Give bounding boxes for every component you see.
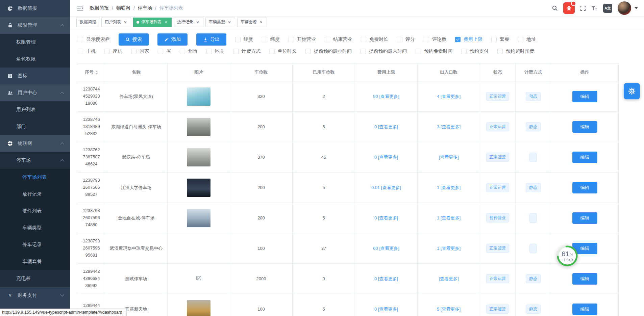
filter-checkbox[interactable]: 预约免责时间 <box>416 48 452 54</box>
filter-checkbox[interactable]: 国家 <box>131 48 149 54</box>
cell-gates-link[interactable]: 5 [查看更多] <box>418 294 480 316</box>
tab-parking-lot-list[interactable]: 停车场列表× <box>133 18 172 27</box>
sidebar-item-charging-pile[interactable]: 充电桩 <box>0 270 70 287</box>
filter-checkbox[interactable]: 结束营业 <box>325 36 352 43</box>
tab-vehicle-package[interactable]: 车辆套餐× <box>237 18 267 27</box>
cell-gates-link[interactable]: 1 [查看更多] <box>418 173 480 203</box>
edit-button[interactable]: 编辑 <box>572 212 597 224</box>
column-label: 已用车位数 <box>313 70 335 75</box>
cell-gates-link[interactable]: 1 [查看更多] <box>418 203 480 233</box>
sidebar-item-user-center[interactable]: 用户中心 <box>0 84 70 101</box>
font-size-icon[interactable] <box>591 6 598 11</box>
sidebar-item-parking-records[interactable]: 停车记录 <box>0 236 70 253</box>
tab-dashboard[interactable]: 数据简报 <box>76 18 99 27</box>
edit-button[interactable]: 编辑 <box>572 273 597 285</box>
close-icon[interactable]: × <box>259 20 264 25</box>
filter-checkbox[interactable]: 评论数 <box>424 36 446 43</box>
sidebar-item-user-list[interactable]: 用户列表 <box>0 101 70 118</box>
cell-parking-name: 武汉站-停车场 <box>105 142 168 173</box>
cell-fee-limit-link[interactable]: 0 [查看更多] <box>355 112 418 142</box>
filter-checkbox[interactable]: 预约支付 <box>461 48 489 54</box>
sidebar-item-pass-records[interactable]: 放行记录 <box>0 186 70 203</box>
sidebar-item-iot[interactable]: 物联网 <box>0 135 70 152</box>
filter-checkbox[interactable]: 评分 <box>397 36 415 43</box>
sidebar-item-permissions[interactable]: 权限管理 <box>0 17 70 34</box>
filter-checkbox[interactable]: 单位时长 <box>269 48 297 54</box>
sort-descending-icon[interactable] <box>95 73 98 75</box>
breadcrumb-item[interactable]: 物联网 <box>116 5 130 11</box>
billing-badge: 静态 <box>526 183 541 192</box>
translate-icon[interactable]: A文 <box>603 4 612 13</box>
cell-gates-link[interactable]: [查看更多] <box>418 142 480 173</box>
filter-checkbox[interactable]: 提前预约最大时间 <box>361 48 407 54</box>
column-header-0[interactable]: 序号 <box>78 63 105 81</box>
filter-checkbox[interactable]: 经度 <box>235 36 253 43</box>
sidebar-item-permission-management[interactable]: 权限管理 <box>0 34 70 51</box>
close-icon[interactable]: × <box>123 20 128 25</box>
cell-fee-limit-link[interactable]: 0.01 [查看更多] <box>355 173 418 203</box>
cell-gates-link[interactable]: 4 [查看更多] <box>418 81 480 112</box>
filter-checkbox[interactable]: 州市 <box>180 48 198 54</box>
filter-checkbox[interactable]: 计费方式 <box>233 48 261 54</box>
filter-checkbox[interactable]: 提前预约最小时间 <box>305 48 352 54</box>
fullscreen-icon[interactable] <box>580 5 586 11</box>
edit-button[interactable]: 编辑 <box>572 304 597 315</box>
cell-fee-limit-link[interactable]: 0 [查看更多] <box>355 264 418 294</box>
breadcrumb: 数据简报/物联网/停车场/停车场列表 <box>90 5 183 11</box>
toolbar-search-button[interactable]: 搜索 <box>119 33 149 46</box>
cell-fee-limit-link[interactable]: 0 [查看更多] <box>355 203 418 233</box>
cell-serial-number: 1238793260759695681 <box>78 233 105 264</box>
toolbar-add-button[interactable]: 添加 <box>157 33 188 46</box>
breadcrumb-item[interactable]: 数据简报 <box>90 5 109 11</box>
sidebar-item-hardware-list[interactable]: 硬件列表 <box>0 203 70 219</box>
search-icon[interactable] <box>552 5 558 11</box>
filter-checkbox[interactable]: 地址 <box>518 36 536 43</box>
sidebar-item-parking-lot[interactable]: 停车场 <box>0 152 70 169</box>
close-icon[interactable]: × <box>227 20 232 25</box>
sidebar-item-role-permission[interactable]: 角色权限 <box>0 51 70 68</box>
avatar[interactable] <box>618 1 631 15</box>
cell-gates-link[interactable]: 3 [查看更多] <box>418 112 480 142</box>
cell-fee-limit-link[interactable]: 90 [查看更多] <box>355 81 418 112</box>
close-icon[interactable]: × <box>195 20 200 25</box>
close-icon[interactable]: × <box>164 20 168 25</box>
sidebar-item-vehicle-type[interactable]: 车辆类型 <box>0 219 70 236</box>
settings-gear-button[interactable] <box>624 83 640 99</box>
filter-checkbox[interactable]: 座机 <box>104 48 122 54</box>
edit-button[interactable]: 编辑 <box>572 182 597 193</box>
sidebar-item-parking-lot-list[interactable]: 停车场列表 <box>0 169 70 186</box>
sidebar-item-finance-payment[interactable]: ¥财务支付 <box>0 287 70 304</box>
breadcrumb-item[interactable]: 停车场 <box>138 5 152 11</box>
cell-fee-limit-link[interactable]: 0 [查看更多] <box>355 142 418 173</box>
filter-checkbox[interactable]: 预约超时扣费 <box>497 48 534 54</box>
filter-checkbox[interactable]: 开始营业 <box>289 36 316 43</box>
toolbar-export-button[interactable]: 导出 <box>196 33 226 46</box>
filter-checkbox[interactable]: 省 <box>158 48 171 54</box>
filter-checkbox[interactable]: 套餐 <box>491 36 509 43</box>
hamburger-icon[interactable] <box>76 4 85 12</box>
sidebar-item-dashboard[interactable]: 数据简报 <box>0 0 70 17</box>
avatar-dropdown-caret[interactable] <box>635 7 638 9</box>
filter-checkbox[interactable]: 免费时长 <box>361 36 388 43</box>
sidebar-item-department[interactable]: 部门 <box>0 118 70 135</box>
cell-fee-limit-link[interactable]: 60 [查看更多] <box>355 233 418 264</box>
cell-gates-link[interactable]: [查看更多] <box>418 264 480 294</box>
show-search-checkbox[interactable]: 显示搜索栏 <box>78 36 110 43</box>
filter-checkbox[interactable]: 手机 <box>78 48 96 54</box>
filter-checkbox[interactable]: 费用上限 <box>455 36 482 43</box>
cell-gates-link[interactable]: 1 [查看更多] <box>418 233 480 264</box>
edit-button[interactable]: 编辑 <box>572 91 597 102</box>
filter-checkbox[interactable]: 区县 <box>206 48 224 54</box>
error-log-button[interactable] <box>563 2 575 14</box>
sidebar-item-icons[interactable]: 图标 <box>0 68 70 84</box>
sidebar-item-vehicle-package[interactable]: 车辆套餐 <box>0 253 70 270</box>
tab-pass-records[interactable]: 放行记录× <box>174 18 203 27</box>
edit-button[interactable]: 编辑 <box>572 152 597 163</box>
sort-icons[interactable] <box>95 71 98 75</box>
tab-user-list[interactable]: 用户列表× <box>101 18 131 27</box>
filter-checkbox[interactable]: 纬度 <box>262 36 280 43</box>
sort-ascending-icon[interactable] <box>95 71 98 72</box>
tab-vehicle-type[interactable]: 车辆类型× <box>205 18 235 27</box>
cell-fee-limit-link[interactable]: 0 [查看更多] <box>355 294 418 316</box>
edit-button[interactable]: 编辑 <box>572 121 597 133</box>
